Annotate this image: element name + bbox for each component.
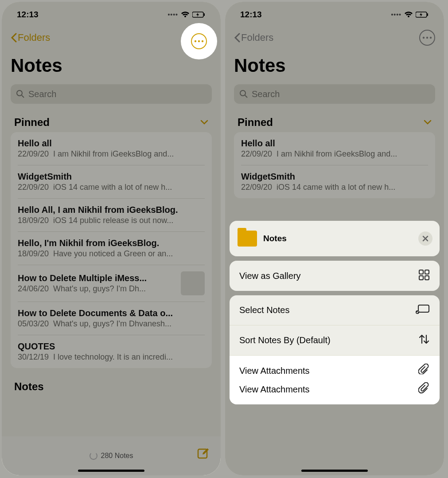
search-input[interactable]: Search xyxy=(234,84,435,104)
phone-right: 12:13 •••• Folders Notes Sear xyxy=(225,2,444,475)
wifi-icon xyxy=(181,11,190,18)
back-folders-link[interactable]: Folders xyxy=(234,32,273,43)
close-icon xyxy=(422,235,429,242)
search-placeholder: Search xyxy=(252,89,280,99)
ellipsis-icon xyxy=(422,36,432,39)
close-sheet-button[interactable] xyxy=(418,231,432,246)
note-item[interactable]: WidgetSmith 22/09/20iOS 14 came with a l… xyxy=(241,165,428,198)
home-indicator[interactable] xyxy=(301,470,368,472)
battery-charging-icon xyxy=(192,12,206,18)
back-label: Folders xyxy=(18,32,50,43)
phone-left: 12:13 •••• Folders Notes Search xyxy=(2,2,221,475)
select-notes-option[interactable]: Select Notes xyxy=(230,295,440,325)
svg-rect-1 xyxy=(204,13,205,16)
cellular-dots-icon: •••• xyxy=(391,11,401,18)
sort-arrows-icon xyxy=(418,333,430,347)
note-item[interactable]: Hello, I'm Nikhil from iGeeksBlog. 18/09… xyxy=(18,232,205,265)
note-item[interactable]: How to Delete Documents & Data o... 05/0… xyxy=(18,302,205,335)
select-icon xyxy=(415,304,430,316)
svg-line-14 xyxy=(245,95,247,98)
battery-charging-icon xyxy=(416,12,429,18)
svg-rect-18 xyxy=(425,276,429,280)
status-bar: 12:13 •••• xyxy=(234,2,435,23)
sheet-folder-name: Notes xyxy=(263,234,287,243)
note-thumbnail-icon xyxy=(181,271,205,295)
search-placeholder: Search xyxy=(28,89,56,99)
more-options-button[interactable] xyxy=(419,30,435,46)
cellular-dots-icon: •••• xyxy=(168,11,178,18)
search-input[interactable]: Search xyxy=(11,84,212,104)
pinned-heading: Pinned xyxy=(238,116,273,129)
status-bar: 12:13 •••• xyxy=(11,2,212,23)
view-as-gallery-option[interactable]: View as Gallery xyxy=(230,261,440,291)
paperclip-icon xyxy=(418,382,430,397)
folder-options-sheet: Notes View as Gallery Select Notes Sort xyxy=(230,221,440,386)
ellipsis-icon xyxy=(194,40,204,43)
status-time: 12:13 xyxy=(17,10,39,20)
svg-rect-9 xyxy=(427,13,428,16)
sheet-header: Notes xyxy=(230,221,440,256)
svg-line-3 xyxy=(22,95,24,98)
chevron-down-icon[interactable] xyxy=(200,120,208,125)
svg-point-11 xyxy=(426,37,428,39)
svg-point-5 xyxy=(195,40,196,42)
svg-rect-15 xyxy=(419,270,423,274)
svg-point-10 xyxy=(423,37,425,39)
wifi-icon xyxy=(404,11,413,18)
home-indicator[interactable] xyxy=(78,470,144,472)
compose-note-button[interactable] xyxy=(197,447,210,462)
note-item[interactable]: Hello all 22/09/20I am Nikhil from iGeek… xyxy=(18,132,205,165)
svg-rect-19 xyxy=(418,305,429,312)
page-title: Notes xyxy=(234,55,435,76)
sort-notes-option[interactable]: Sort Notes By (Default) xyxy=(230,325,440,356)
note-count-label: 280 Notes xyxy=(101,452,133,460)
svg-rect-17 xyxy=(419,276,423,280)
search-icon xyxy=(239,90,248,98)
pinned-heading: Pinned xyxy=(14,116,50,129)
note-item[interactable]: Hello all 22/09/20I am Nikhil from iGeek… xyxy=(241,132,428,165)
note-item[interactable]: QUOTES 30/12/19I love technology. It is … xyxy=(18,335,205,368)
back-label: Folders xyxy=(241,32,273,43)
chevron-left-icon xyxy=(234,33,240,43)
svg-point-6 xyxy=(198,40,200,42)
more-button-highlight xyxy=(181,23,217,59)
svg-point-13 xyxy=(240,90,245,96)
loading-spinner-icon xyxy=(90,452,97,460)
grid-icon xyxy=(418,269,430,283)
chevron-down-icon[interactable] xyxy=(424,120,432,125)
svg-point-2 xyxy=(17,90,22,96)
pinned-list: Hello all 22/09/20I am Nikhil from iGeek… xyxy=(234,132,435,198)
notes-heading: Notes xyxy=(14,380,208,393)
status-time: 12:13 xyxy=(240,10,262,20)
note-item[interactable]: WidgetSmith 22/09/20iOS 14 came with a l… xyxy=(18,165,205,199)
view-attachments-option[interactable]: View Attachments xyxy=(230,374,440,404)
svg-rect-16 xyxy=(425,270,429,274)
more-options-button[interactable] xyxy=(191,33,207,49)
note-item[interactable]: Hello All, I am Nikhil from iGeeksBlog. … xyxy=(18,199,205,232)
folder-icon xyxy=(238,231,257,247)
pinned-list: Hello all 22/09/20I am Nikhil from iGeek… xyxy=(11,132,212,368)
note-item[interactable]: How to Delete Multiple iMess... 24/06/20… xyxy=(18,265,205,302)
page-title: Notes xyxy=(11,55,212,76)
svg-point-7 xyxy=(202,40,203,42)
svg-point-12 xyxy=(430,37,432,39)
back-folders-link[interactable]: Folders xyxy=(11,32,50,43)
search-icon xyxy=(16,90,25,98)
chevron-left-icon xyxy=(11,33,17,43)
